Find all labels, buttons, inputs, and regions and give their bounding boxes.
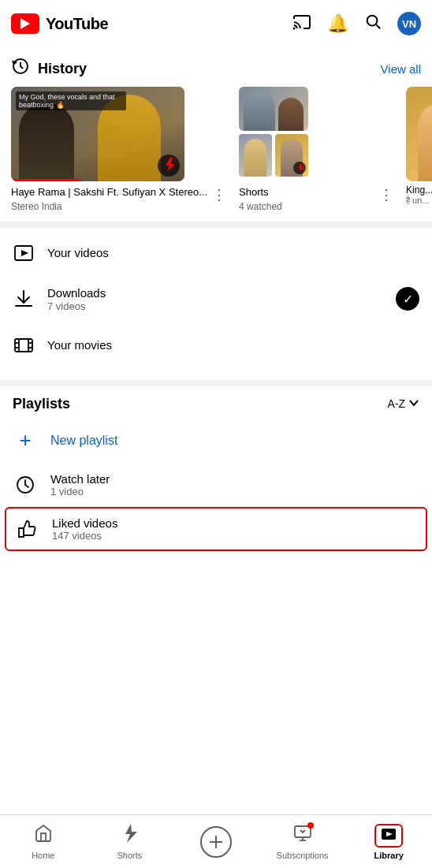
nav-home[interactable]: Home: [0, 818, 87, 866]
library-active-box: [374, 824, 403, 848]
history-item-main[interactable]: My God, these vocals and that beatboxing…: [11, 87, 229, 212]
youtube-icon: [11, 13, 39, 34]
history-title: History: [38, 61, 87, 77]
watch-later-count: 1 video: [50, 486, 110, 497]
header-actions: 🔔 VN: [292, 12, 421, 35]
subscriptions-nav-label: Subscriptions: [277, 851, 329, 860]
menu-section: Your videos Downloads 7 videos ✓: [0, 228, 432, 371]
your-videos-label: Your videos: [47, 246, 419, 259]
svg-marker-5: [21, 250, 28, 256]
downloads-count: 7 videos: [47, 300, 383, 312]
liked-videos-icon: [14, 516, 39, 542]
user-avatar[interactable]: VN: [397, 12, 421, 35]
nav-create[interactable]: [173, 820, 259, 864]
app-title: YouTube: [46, 15, 108, 33]
app-header: YouTube 🔔 VN: [0, 0, 432, 47]
shorts-watched-count: 4 watched: [239, 201, 282, 212]
svg-line-2: [376, 24, 380, 28]
cast-icon[interactable]: [292, 13, 311, 35]
watch-later-label: Watch later: [50, 472, 110, 486]
history-icon: [11, 57, 30, 80]
watch-later-icon: [13, 472, 38, 497]
shorts-nav-label: Shorts: [117, 851, 142, 860]
divider-1: [0, 222, 432, 228]
new-playlist-plus-icon: +: [13, 428, 38, 453]
playlists-title: Playlists: [13, 396, 70, 412]
downloads-item[interactable]: Downloads 7 videos ✓: [0, 275, 432, 323]
video-more-options-icon[interactable]: ⋮: [212, 186, 226, 203]
history-item-shorts[interactable]: Shorts 4 watched ⋮: [239, 87, 397, 212]
shorts-more-options-icon[interactable]: ⋮: [379, 186, 393, 203]
playlists-header: Playlists A-Z: [13, 396, 419, 412]
divider-2: [0, 380, 432, 386]
thumb-overlay-text: My God, these vocals and that beatboxing…: [16, 91, 126, 110]
history-header-left: History: [11, 57, 87, 80]
downloads-icon: [13, 288, 35, 310]
shorts-thumb-3: [275, 134, 308, 177]
history-section: History View all My God, these vocals an…: [0, 47, 432, 212]
shorts-group-info: Shorts 4 watched ⋮: [239, 186, 397, 212]
history-item-info: Haye Rama | Sakshi Ft. Sufiyan X Stereo.…: [11, 186, 229, 212]
shorts-nav-icon: [120, 824, 139, 848]
notification-bell-icon[interactable]: 🔔: [327, 13, 348, 34]
new-playlist-label: New playlist: [50, 434, 117, 448]
liked-videos-item[interactable]: Liked videos 147 videos: [5, 507, 427, 551]
watch-later-item[interactable]: Watch later 1 video: [13, 463, 419, 507]
liked-videos-count: 147 videos: [52, 530, 117, 542]
your-movies-icon: [13, 334, 35, 356]
video-progress-bar: [11, 179, 80, 181]
your-videos-item[interactable]: Your videos: [0, 231, 432, 275]
your-videos-icon: [13, 242, 35, 264]
nav-shorts[interactable]: Shorts: [87, 818, 173, 866]
your-movies-item[interactable]: Your movies: [0, 323, 432, 367]
history-item-king[interactable]: King... है un...: [406, 87, 432, 212]
library-nav-label: Library: [374, 851, 404, 860]
king-item-info: King... है un...: [406, 184, 432, 206]
search-icon[interactable]: [364, 13, 382, 35]
nav-library[interactable]: Library: [345, 818, 432, 866]
shorts-group-title: Shorts: [239, 186, 282, 199]
history-scroll: My God, these vocals and that beatboxing…: [0, 87, 432, 212]
nav-subscriptions[interactable]: Subscriptions: [259, 818, 346, 866]
playlists-section: Playlists A-Z + New playlist Watch later…: [0, 386, 432, 551]
new-playlist-item[interactable]: + New playlist: [13, 419, 419, 463]
view-all-button[interactable]: View all: [381, 62, 421, 76]
liked-videos-label: Liked videos: [52, 516, 117, 530]
sort-label: A-Z: [387, 397, 405, 410]
home-nav-label: Home: [32, 851, 54, 860]
create-button[interactable]: [200, 826, 232, 858]
shorts-mini-badge: [293, 162, 306, 174]
subscriptions-nav-icon: [293, 824, 312, 848]
svg-point-1: [367, 16, 378, 26]
shorts-thumb-1: [239, 87, 308, 131]
video-title: Haye Rama | Sakshi Ft. Sufiyan X Stereo.…: [11, 186, 212, 199]
bottom-nav-spacer: [0, 551, 432, 614]
your-movies-label: Your movies: [47, 338, 419, 352]
downloads-label: Downloads: [47, 286, 383, 300]
downloads-check-icon: ✓: [396, 287, 419, 311]
history-header: History View all: [0, 54, 432, 87]
king-channel: है un...: [406, 196, 432, 206]
video-channel: Stereo India: [11, 201, 212, 212]
shorts-badge: [158, 155, 180, 177]
king-video-title: King...: [406, 184, 432, 196]
shorts-thumb-2: [239, 134, 272, 177]
sort-button[interactable]: A-Z: [387, 397, 419, 411]
chevron-down-icon: [408, 397, 419, 411]
home-icon: [34, 824, 53, 848]
youtube-logo[interactable]: YouTube: [11, 13, 108, 34]
bottom-navigation: Home Shorts Subscriptions: [0, 814, 432, 868]
svg-rect-7: [15, 339, 32, 352]
